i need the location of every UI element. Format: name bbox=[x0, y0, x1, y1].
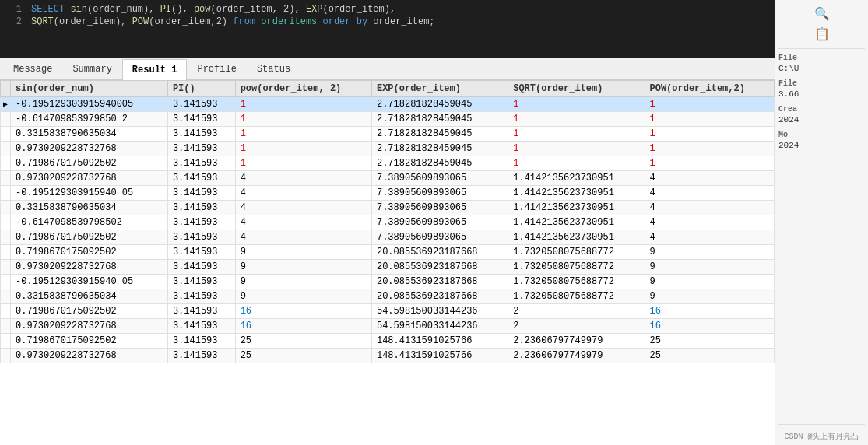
file2-section: File 3.66 bbox=[778, 79, 865, 99]
tab-result-1[interactable]: Result 1 bbox=[122, 59, 188, 80]
table-row[interactable]: 0.33158387906350343.141593920.0855369231… bbox=[1, 289, 775, 304]
tab-message[interactable]: Message bbox=[3, 58, 62, 79]
column-header: SQRT(order_item) bbox=[508, 81, 645, 97]
main-content: 1SELECT sin(order_num), PI(), pow(order_… bbox=[0, 0, 775, 445]
sql-editor[interactable]: 1SELECT sin(order_num), PI(), pow(order_… bbox=[0, 0, 775, 58]
table-cell: 3.141593 bbox=[167, 260, 235, 275]
table-cell: 1.4142135623730951 bbox=[508, 215, 645, 230]
column-header: pow(order_item, 2) bbox=[235, 81, 371, 97]
table-cell: 1 bbox=[508, 127, 645, 142]
file-label: File bbox=[778, 54, 865, 62]
table-cell: 148.4131591025766 bbox=[371, 334, 508, 349]
sql-token: (order_num), bbox=[87, 4, 160, 15]
table-row[interactable]: 0.71986701750925023.14159347.38905609893… bbox=[1, 230, 775, 245]
table-cell: 3.141593 bbox=[167, 215, 235, 230]
search-icon[interactable]: 🔍 bbox=[814, 6, 830, 22]
table-row[interactable]: 0.97302092287327683.14159347.38905609893… bbox=[1, 171, 775, 186]
sql-token: orderitems bbox=[261, 16, 317, 27]
table-cell: 1 bbox=[645, 142, 775, 156]
table-cell: 1 bbox=[508, 97, 645, 112]
table-cell: 1.7320508075688772 bbox=[508, 245, 645, 260]
table-cell: 16 bbox=[235, 304, 371, 319]
table-cell: 25 bbox=[645, 349, 775, 363]
row-marker bbox=[1, 245, 11, 260]
table-cell: 1.4142135623730951 bbox=[508, 230, 645, 245]
table-cell: 3.141593 bbox=[167, 201, 235, 215]
table-cell: 2.23606797749979 bbox=[508, 349, 645, 363]
table-cell: 7.38905609893065 bbox=[371, 171, 508, 186]
created-value: 2024 bbox=[778, 115, 865, 124]
row-marker bbox=[1, 142, 11, 156]
file2-value: 3.66 bbox=[778, 89, 865, 99]
table-cell: -0.614709853979850 2 bbox=[11, 112, 168, 127]
table-row[interactable]: -0.614709853979850 23.14159312.718281828… bbox=[1, 112, 775, 127]
table-row[interactable]: -0.195129303915940 053.14159347.38905609… bbox=[1, 186, 775, 201]
row-marker bbox=[1, 275, 11, 289]
file-value: C:\U bbox=[778, 64, 865, 73]
table-row[interactable]: ▶-0.1951293039159400053.14159312.7182818… bbox=[1, 97, 775, 112]
table-cell: 25 bbox=[235, 349, 371, 363]
row-marker bbox=[1, 171, 11, 186]
table-cell: 1 bbox=[645, 127, 775, 142]
sql-token: PI bbox=[160, 4, 171, 15]
table-cell: 1 bbox=[645, 156, 775, 171]
sql-token: SQRT bbox=[31, 16, 54, 27]
column-header bbox=[1, 81, 11, 97]
table-cell: 0.7198670175092502 bbox=[11, 230, 168, 245]
table-row[interactable]: 0.71986701750925023.141593920.0855369231… bbox=[1, 245, 775, 260]
table-cell: 9 bbox=[645, 260, 775, 275]
table-row[interactable]: 0.97302092287327683.141593920.0855369231… bbox=[1, 260, 775, 275]
tab-profile[interactable]: Profile bbox=[187, 58, 246, 79]
results-table: sin(order_num)PI()pow(order_item, 2)EXP(… bbox=[0, 80, 775, 363]
table-cell: 1 bbox=[235, 156, 371, 171]
table-row[interactable]: -0.61470985397985023.14159347.3890560989… bbox=[1, 215, 775, 230]
table-cell: 4 bbox=[645, 230, 775, 245]
table-cell: 7.38905609893065 bbox=[371, 201, 508, 215]
tabs-bar: MessageSummaryResult 1ProfileStatus bbox=[0, 58, 775, 80]
table-cell: 54.598150033144236 bbox=[371, 304, 508, 319]
table-cell: 1.7320508075688772 bbox=[508, 275, 645, 289]
table-cell: 3.141593 bbox=[167, 289, 235, 304]
line-number: 1 bbox=[6, 4, 22, 15]
table-row[interactable]: -0.195129303915940 053.141593920.0855369… bbox=[1, 275, 775, 289]
table-cell: 3.141593 bbox=[167, 171, 235, 186]
table-cell: 3.141593 bbox=[167, 349, 235, 363]
tab-summary[interactable]: Summary bbox=[62, 58, 121, 79]
table-row[interactable]: 0.97302092287327683.1415931654.598150033… bbox=[1, 319, 775, 334]
table-cell: 9 bbox=[645, 289, 775, 304]
sidebar-icons: 🔍 📋 bbox=[778, 3, 865, 49]
results-container[interactable]: sin(order_num)PI()pow(order_item, 2)EXP(… bbox=[0, 80, 775, 445]
table-cell: 3.141593 bbox=[167, 334, 235, 349]
table-cell: 16 bbox=[645, 304, 775, 319]
table-cell: 1 bbox=[645, 112, 775, 127]
sql-token: (), bbox=[171, 4, 194, 15]
table-cell: 1.7320508075688772 bbox=[508, 260, 645, 275]
table-row[interactable]: 0.71986701750925023.14159312.71828182845… bbox=[1, 156, 775, 171]
table-row[interactable]: 0.97302092287327683.14159325148.41315910… bbox=[1, 349, 775, 363]
table-row[interactable]: 0.97302092287327683.14159312.71828182845… bbox=[1, 142, 775, 156]
table-cell: 0.7198670175092502 bbox=[11, 304, 168, 319]
table-cell: 9 bbox=[235, 260, 371, 275]
sql-line: 1SELECT sin(order_num), PI(), pow(order_… bbox=[0, 3, 775, 16]
table-row[interactable]: 0.33158387906350343.14159347.38905609893… bbox=[1, 201, 775, 215]
sql-token: (order_item, 2), bbox=[210, 4, 305, 15]
table-cell: 1 bbox=[235, 127, 371, 142]
row-arrow-icon: ▶ bbox=[3, 100, 8, 109]
table-row[interactable]: 0.71986701750925023.14159325148.41315910… bbox=[1, 334, 775, 349]
table-cell: 0.9730209228732768 bbox=[11, 319, 168, 334]
table-row[interactable]: 0.71986701750925023.1415931654.598150033… bbox=[1, 304, 775, 319]
tab-status[interactable]: Status bbox=[247, 58, 300, 79]
right-sidebar: 🔍 📋 File C:\U File 3.66 Crea 2024 Mo 202… bbox=[775, 0, 868, 445]
row-marker bbox=[1, 260, 11, 275]
table-cell: -0.195129303915940 05 bbox=[11, 186, 168, 201]
table-cell: 4 bbox=[645, 186, 775, 201]
table-cell: 1.7320508075688772 bbox=[508, 289, 645, 304]
file-section: File C:\U bbox=[778, 54, 865, 73]
table-cell: 3.141593 bbox=[167, 156, 235, 171]
table-row[interactable]: 0.33158387906350343.14159312.71828182845… bbox=[1, 127, 775, 142]
column-header: sin(order_num) bbox=[11, 81, 168, 97]
sql-token: (order_item), bbox=[54, 16, 132, 27]
row-marker bbox=[1, 349, 11, 363]
table-cell: 0.9730209228732768 bbox=[11, 171, 168, 186]
clipboard-icon[interactable]: 📋 bbox=[814, 26, 830, 42]
